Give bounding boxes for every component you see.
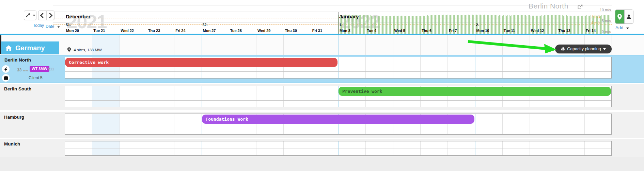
- add-dropdown[interactable]: Add: [615, 24, 629, 31]
- day-label: Mon 20: [66, 29, 79, 33]
- gantt-grid[interactable]: [65, 141, 612, 156]
- day-label: Tue 4: [367, 29, 376, 33]
- week-number-label: 2.: [476, 23, 479, 27]
- grid-day-line: [502, 57, 503, 78]
- wind-bar: [388, 16, 388, 34]
- wind-bar: [389, 16, 390, 34]
- expand-range-icon[interactable]: [24, 11, 32, 20]
- day-label: Wed 22: [121, 29, 134, 33]
- capacity-planning-button[interactable]: Capacity planning: [555, 45, 612, 53]
- grid-week-line: [475, 57, 475, 78]
- wind-bar: [522, 15, 523, 34]
- grid-day-line: [147, 35, 147, 55]
- client-name: Client 5: [29, 75, 43, 80]
- open-site-icon[interactable]: [578, 4, 583, 11]
- wind-bar: [420, 16, 421, 34]
- wind-bar: [386, 16, 387, 34]
- grid-day-line: [530, 114, 530, 134]
- site-name-berlin-north[interactable]: Berlin North: [4, 57, 31, 63]
- wind-bar: [390, 16, 391, 34]
- day-label: Wed 29: [257, 29, 270, 33]
- wind-bar: [382, 16, 383, 34]
- grid-day-line: [584, 114, 585, 134]
- wind-bar: [546, 15, 546, 34]
- capacity-planning-app: Today Date 20212022 DecemberJanuary 51.5…: [0, 0, 644, 171]
- wind-bar: [576, 16, 576, 34]
- week-number-label: 51.: [66, 23, 71, 27]
- site-capacity: 33 MW: [17, 67, 28, 73]
- briefcase-icon: [4, 76, 8, 80]
- wind-bar: [516, 15, 516, 34]
- wind-bar: [529, 15, 530, 34]
- wind-bar: [359, 15, 360, 34]
- previous-period-button[interactable]: [38, 11, 46, 20]
- wind-bar: [458, 15, 459, 34]
- month-label: December: [66, 14, 91, 19]
- site-view-toggle-group: [615, 10, 633, 24]
- site-pin-toggle-button[interactable]: [615, 10, 624, 23]
- day-label: Fri 31: [312, 29, 322, 33]
- grid-row-separator: [65, 149, 611, 149]
- wind-bar: [517, 15, 518, 34]
- wind-bar: [434, 15, 435, 34]
- wind-bar: [409, 16, 410, 34]
- wind-bar: [551, 15, 552, 34]
- grid-day-line: [174, 114, 174, 134]
- wind-bar: [419, 16, 420, 34]
- capacity-planning-label: Capacity planning: [567, 47, 601, 51]
- wind-bar: [574, 16, 575, 34]
- wind-bar: [460, 15, 460, 34]
- gantt-bar-preventive-work[interactable]: Preventive work: [339, 87, 611, 96]
- caret-down-icon: [57, 26, 60, 28]
- day-label: Mon 10: [476, 29, 489, 33]
- grid-day-line: [256, 86, 256, 107]
- chevron-left-icon: [40, 13, 46, 18]
- day-label: Tue 28: [230, 29, 242, 33]
- grid-day-line: [92, 86, 92, 107]
- country-summary: 4 sites, 138 MW: [67, 47, 102, 53]
- wind-bar: [464, 15, 465, 34]
- wind-bar: [415, 16, 415, 34]
- wind-bar: [416, 16, 417, 34]
- grid-day-line: [447, 35, 448, 55]
- grid-day-line: [447, 57, 448, 78]
- caret-down-icon: [33, 15, 35, 16]
- gantt-bar-corrective-work[interactable]: Corrective work: [65, 58, 337, 67]
- gantt-bar-foundations-work[interactable]: Foundations Work: [202, 115, 474, 124]
- grid-day-line: [365, 57, 366, 78]
- chevron-right-icon: [47, 13, 52, 18]
- today-link[interactable]: Today: [33, 23, 44, 28]
- wind-bar: [446, 15, 447, 34]
- wind-bar: [366, 15, 366, 34]
- bottom-filler-area: [0, 157, 644, 171]
- wind-bar: [462, 15, 463, 34]
- wind-bar: [360, 15, 361, 34]
- site-name: Berlin South: [4, 86, 31, 91]
- day-label: Wed 12: [531, 29, 544, 33]
- day-label: Thu 13: [558, 29, 570, 33]
- grid-week-line: [202, 35, 202, 55]
- wind-bar: [490, 15, 490, 34]
- zoom-range-split-button[interactable]: [24, 11, 36, 20]
- day-label: Tue 21: [93, 29, 105, 33]
- grid-day-line: [393, 57, 393, 78]
- timeline-panel-left-border: [53, 5, 53, 34]
- wind-bar: [364, 15, 365, 34]
- person-view-toggle-button[interactable]: [624, 10, 633, 23]
- wind-bar: [461, 15, 462, 34]
- wind-bar: [547, 15, 548, 34]
- grid-week-line: [338, 35, 339, 55]
- country-name: Germany: [15, 44, 45, 52]
- capacity-value: 33: [17, 68, 21, 72]
- day-label: Wed 5: [394, 29, 405, 33]
- wind-bar: [518, 15, 519, 34]
- grid-week-line: [475, 114, 475, 134]
- wind-scale-label: 10 m/s: [591, 8, 611, 12]
- zoom-dropdown-caret[interactable]: [32, 11, 36, 20]
- grid-day-line: [147, 114, 147, 134]
- grid-day-line: [174, 86, 174, 107]
- person-icon: [626, 14, 631, 19]
- day-label: Mon 3: [340, 29, 350, 33]
- country-header-germany[interactable]: Germany: [1, 41, 59, 54]
- wind-bar: [525, 15, 526, 34]
